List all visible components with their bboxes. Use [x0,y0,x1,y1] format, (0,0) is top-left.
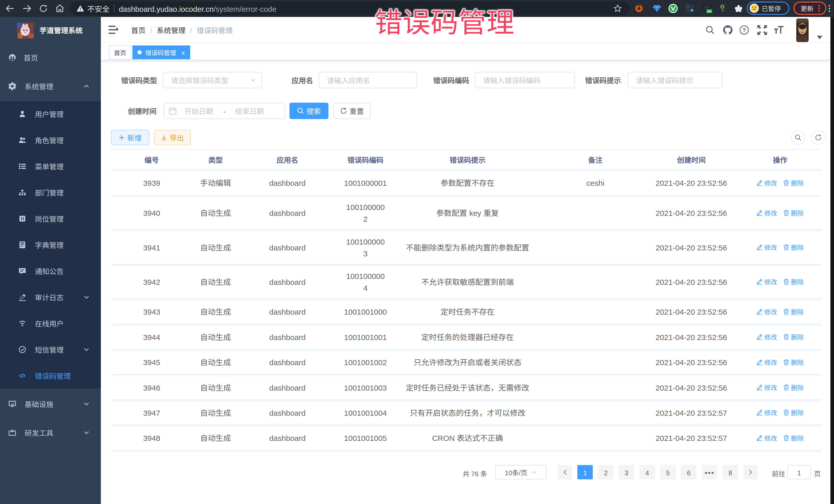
svg-text:on: on [707,9,711,13]
svg-text:?: ? [742,27,746,34]
